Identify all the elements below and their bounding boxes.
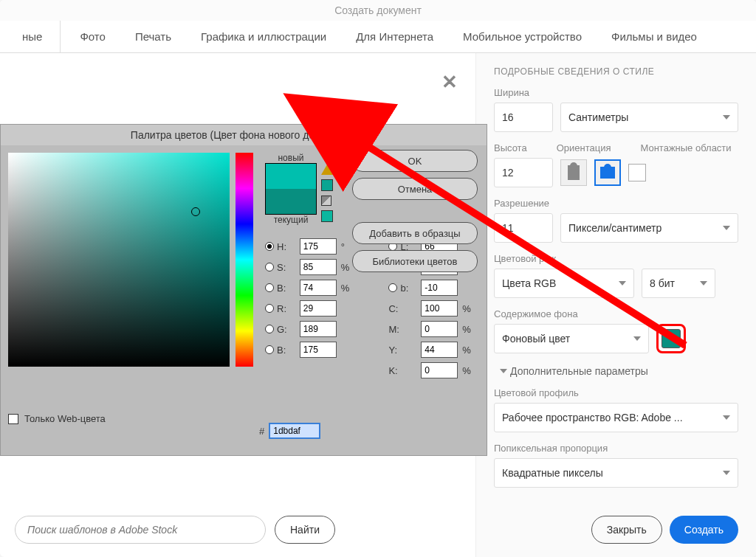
artboards-label: Монтажные области bbox=[640, 142, 731, 153]
pixel-aspect-label: Попиксельная пропорция bbox=[494, 443, 738, 454]
resolution-input[interactable]: 11 bbox=[494, 213, 553, 243]
units-value: Сантиметры bbox=[568, 111, 628, 123]
stock-search-input[interactable] bbox=[15, 516, 266, 544]
c-input[interactable] bbox=[421, 300, 458, 316]
color-profile-value: Рабочее пространство RGB: Adobe ... bbox=[502, 412, 683, 423]
pixel-aspect-value: Квадратные пикселы bbox=[502, 467, 603, 479]
background-value: Фоновый цвет bbox=[502, 333, 570, 345]
tab-film[interactable]: Фильмы и видео bbox=[597, 21, 712, 53]
chevron-down-icon bbox=[633, 336, 641, 341]
color-preview bbox=[265, 163, 317, 215]
brightness-input[interactable] bbox=[300, 280, 337, 296]
bit-depth-value: 8 бит bbox=[650, 277, 675, 289]
chevron-down-icon bbox=[723, 226, 730, 230]
chevron-down-icon bbox=[723, 415, 730, 420]
chevron-down-icon bbox=[619, 281, 626, 286]
artboards-checkbox[interactable] bbox=[628, 164, 646, 181]
chevron-down-icon bbox=[723, 471, 730, 475]
bch-radio[interactable] bbox=[265, 345, 274, 354]
find-button[interactable]: Найти bbox=[275, 516, 335, 544]
web-colors-label: Только Web-цвета bbox=[24, 413, 106, 424]
bit-depth-select[interactable]: 8 бит bbox=[642, 269, 715, 298]
details-heading: ПОДРОБНЫЕ СВЕДЕНИЯ О СТИЛЕ bbox=[494, 66, 738, 77]
r-radio[interactable] bbox=[265, 304, 274, 313]
advanced-toggle[interactable]: Дополнительные параметры bbox=[494, 365, 738, 377]
resolution-label: Разрешение bbox=[494, 198, 738, 209]
current-color-swatch[interactable] bbox=[266, 189, 316, 214]
gamut-safe-swatch[interactable] bbox=[321, 179, 333, 191]
height-label: Высота bbox=[494, 142, 527, 153]
pixel-aspect-select[interactable]: Квадратные пикселы bbox=[494, 458, 738, 488]
tab-illustration[interactable]: Графика и иллюстрации bbox=[186, 21, 341, 53]
color-picker-title: Палитра цветов (Цвет фона нового докумен… bbox=[1, 125, 487, 145]
gamut-warning-icon[interactable] bbox=[321, 165, 333, 175]
m-input[interactable] bbox=[421, 321, 458, 337]
bb-input[interactable] bbox=[421, 280, 458, 296]
color-mode-value: Цвета RGB bbox=[502, 277, 556, 289]
current-color-label: текущий bbox=[265, 215, 317, 225]
tab-web[interactable]: Для Интернета bbox=[341, 21, 448, 53]
cancel-button[interactable]: Отмена bbox=[352, 178, 478, 200]
resolution-units-value: Пиксели/сантиметр bbox=[568, 222, 662, 234]
hue-slider[interactable] bbox=[236, 153, 253, 367]
bb-radio[interactable] bbox=[388, 283, 397, 292]
g-input[interactable] bbox=[300, 321, 337, 337]
create-button[interactable]: Создать bbox=[670, 516, 738, 544]
height-input[interactable]: 12 bbox=[494, 158, 553, 187]
y-input[interactable] bbox=[421, 342, 458, 358]
close-button[interactable]: Закрыть bbox=[591, 516, 662, 544]
color-libraries-button[interactable]: Библиотеки цветов bbox=[352, 250, 478, 272]
width-label: Ширина bbox=[494, 87, 738, 98]
preset-details-panel: ПОДРОБНЫЕ СВЕДЕНИЯ О СТИЛЕ Ширина 16 Сан… bbox=[475, 53, 756, 557]
ok-button[interactable]: OK bbox=[352, 150, 478, 172]
hash-label: # bbox=[259, 426, 264, 437]
background-select[interactable]: Фоновый цвет bbox=[494, 324, 649, 353]
web-colors-checkbox[interactable] bbox=[8, 414, 18, 424]
h-radio[interactable] bbox=[265, 242, 274, 251]
color-mode-label: Цветовой реж bbox=[494, 253, 738, 264]
color-profile-select[interactable]: Рабочее пространство RGB: Adobe ... bbox=[494, 403, 738, 432]
close-icon[interactable]: ✕ bbox=[441, 71, 458, 94]
tab-photo[interactable]: Фото bbox=[65, 21, 120, 53]
b-radio[interactable] bbox=[265, 283, 274, 292]
s-radio[interactable] bbox=[265, 263, 274, 271]
color-mode-select[interactable]: Цвета RGB bbox=[494, 269, 634, 298]
orientation-landscape[interactable] bbox=[594, 159, 621, 186]
chevron-down-icon bbox=[700, 281, 707, 286]
hex-input[interactable] bbox=[269, 423, 320, 439]
units-select[interactable]: Сантиметры bbox=[560, 103, 738, 132]
r-input[interactable] bbox=[300, 300, 337, 316]
k-input[interactable] bbox=[421, 362, 458, 378]
orientation-portrait[interactable] bbox=[560, 159, 587, 186]
tab-print[interactable]: Печать bbox=[120, 21, 186, 53]
window-title: Создать документ bbox=[0, 0, 756, 21]
width-input[interactable]: 16 bbox=[494, 103, 553, 132]
background-color-swatch[interactable] bbox=[656, 324, 686, 353]
websafe-swatch[interactable] bbox=[321, 210, 333, 222]
chevron-down-icon bbox=[500, 369, 507, 373]
chevron-down-icon bbox=[723, 115, 730, 120]
blue-input[interactable] bbox=[300, 342, 337, 358]
preset-tabs: ные Фото Печать Графика и иллюстрации Дл… bbox=[0, 21, 756, 53]
background-label: Содержимое фона bbox=[494, 308, 738, 319]
g-radio[interactable] bbox=[265, 325, 274, 333]
orientation-label: Ориентация bbox=[557, 142, 611, 153]
tab-recent[interactable]: ные bbox=[7, 21, 61, 53]
new-color-label: новый bbox=[265, 153, 317, 163]
websafe-warning-icon[interactable] bbox=[321, 196, 331, 206]
advanced-label: Дополнительные параметры bbox=[510, 365, 648, 377]
h-input[interactable] bbox=[300, 238, 337, 255]
add-swatch-button[interactable]: Добавить в образцы bbox=[352, 222, 478, 244]
color-picker-dialog: Палитра цветов (Цвет фона нового докумен… bbox=[0, 124, 487, 456]
new-document-dialog: Создать документ ные Фото Печать Графика… bbox=[0, 0, 756, 557]
saturation-value-area[interactable] bbox=[8, 153, 230, 367]
new-color-swatch bbox=[266, 164, 316, 189]
sv-cursor bbox=[191, 207, 200, 216]
s-input[interactable] bbox=[300, 259, 337, 275]
profile-label: Цветовой профиль bbox=[494, 387, 738, 398]
tab-mobile[interactable]: Мобильное устройство bbox=[448, 21, 597, 53]
resolution-units-select[interactable]: Пиксели/сантиметр bbox=[560, 213, 738, 243]
